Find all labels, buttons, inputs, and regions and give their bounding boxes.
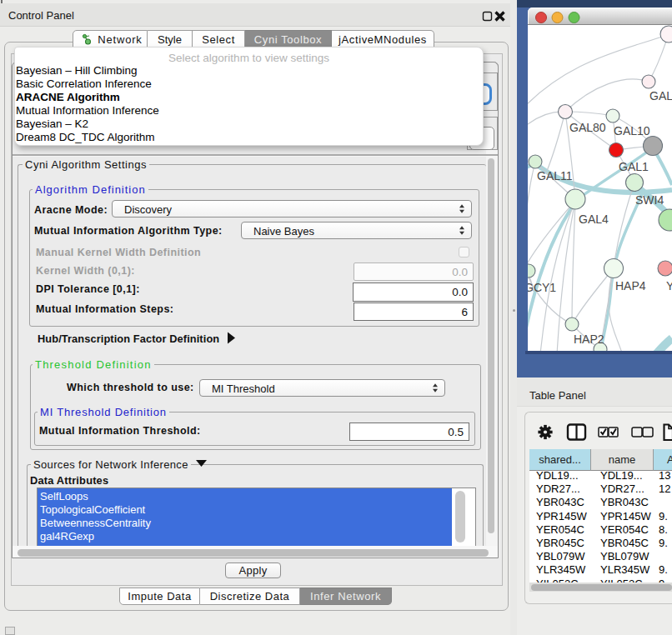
svg-text:GAL: GAL [649,89,672,102]
svg-text:SWI4: SWI4 [635,193,664,207]
svg-text:HAP4: HAP4 [615,279,646,292]
svg-text:GAL80: GAL80 [569,121,606,134]
svg-text:HAP2: HAP2 [574,332,604,346]
svg-text:GCY1: GCY1 [524,281,556,294]
svg-text:GAL4: GAL4 [579,212,609,226]
svg-text:GAL1: GAL1 [619,160,649,173]
svg-text:Y: Y [666,279,672,292]
svg-text:GAL10: GAL10 [614,124,650,138]
svg-text:GAL11: GAL11 [537,169,573,182]
